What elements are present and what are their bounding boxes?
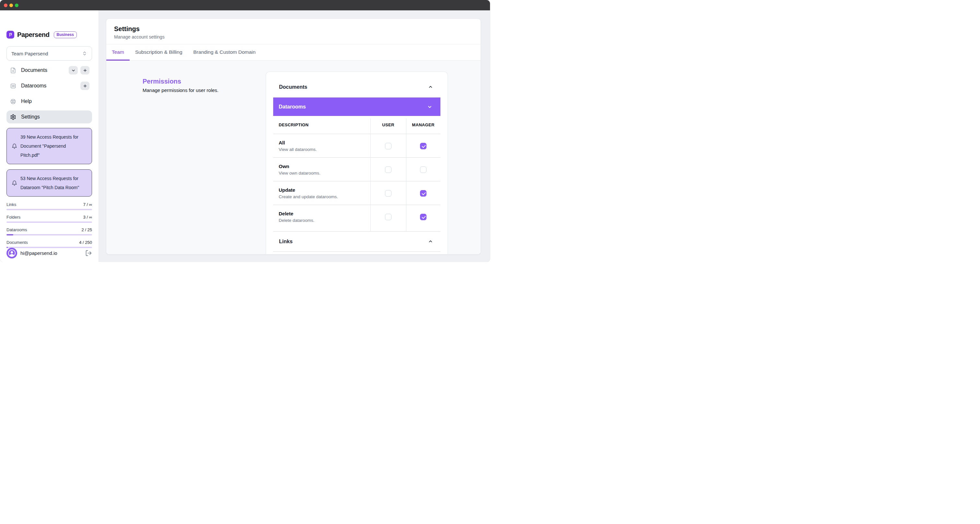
notification-text: 53 New Access Requests for Dataroom "Pit… (21, 174, 84, 192)
permission-description: View all datarooms. (279, 146, 371, 153)
sidebar-item-help[interactable]: Help (6, 95, 92, 108)
checkbox-manager-update[interactable] (420, 190, 426, 197)
app-window: Papersend Business Team Papersend Docume… (0, 0, 490, 262)
checkbox-manager-own[interactable] (420, 167, 426, 173)
permissions-panel: Documents Datarooms (266, 71, 448, 254)
progress-bar (6, 209, 92, 210)
checkbox-manager-delete[interactable] (420, 214, 426, 220)
usage-value: 3 / ∞ (83, 215, 92, 219)
sidebar-item-label: Documents (21, 67, 47, 73)
checkbox-user-delete[interactable] (385, 214, 391, 220)
usage-links: Links 7 / ∞ (6, 202, 92, 210)
sidebar-item-label: Help (21, 98, 32, 104)
usage-folders: Folders 3 / ∞ (6, 214, 92, 223)
chevron-up-icon (428, 84, 433, 90)
notification-card[interactable]: 53 New Access Requests for Dataroom "Pit… (6, 169, 92, 197)
team-selector-value: Team Papersend (11, 51, 48, 56)
page-title: Settings (114, 25, 473, 33)
team-selector[interactable]: Team Papersend (6, 46, 92, 60)
column-header-description: DESCRIPTION (273, 122, 371, 127)
document-icon (10, 67, 16, 73)
life-buoy-icon (10, 98, 16, 105)
team-tab-content: Permissions Manage permissions for user … (106, 60, 480, 254)
checkbox-user-update[interactable] (385, 190, 391, 197)
plus-icon (83, 68, 88, 73)
table-row: Update Create and update datarooms. (273, 181, 441, 205)
table-row: All View all datarooms. (273, 134, 441, 158)
sidebar-nav: Documents Datarooms (6, 64, 92, 123)
accordion-label: Links (279, 239, 293, 245)
account-row: hi@papersend.io (6, 248, 92, 259)
permission-title: Delete (279, 210, 371, 217)
close-window-button[interactable] (4, 3, 8, 7)
clipped-section (266, 252, 447, 254)
gear-icon (10, 114, 16, 120)
table-header-row: DESCRIPTION USER MANAGER (273, 116, 441, 134)
bell-icon (12, 180, 17, 186)
minimize-window-button[interactable] (10, 3, 13, 7)
plus-icon (83, 84, 88, 89)
accordion-label: Documents (279, 84, 307, 90)
sidebar: Papersend Business Team Papersend Docume… (0, 10, 99, 262)
progress-bar (6, 222, 92, 223)
documents-expand-button[interactable] (69, 66, 78, 75)
usage-stats: Links 7 / ∞ Folders 3 / ∞ Datarooms 2 (6, 202, 92, 248)
settings-card: Settings Manage account settings Team Su… (106, 19, 481, 254)
permissions-description: Manage permissions for user roles. (143, 87, 266, 94)
accordion-documents[interactable]: Documents (266, 72, 447, 97)
usage-datarooms: Datarooms 2 / 25 (6, 227, 92, 235)
permissions-info: Permissions Manage permissions for user … (143, 60, 266, 254)
main-area: Settings Manage account settings Team Su… (99, 10, 490, 262)
permission-description: Create and update datarooms. (279, 193, 371, 200)
checkbox-user-own[interactable] (385, 167, 391, 173)
table-row: Delete Delete datarooms. (273, 205, 441, 231)
permissions-title: Permissions (143, 78, 266, 85)
chevrons-up-down-icon (82, 51, 87, 56)
add-dataroom-button[interactable] (80, 82, 89, 90)
permission-title: Update (279, 187, 371, 193)
column-divider (371, 119, 371, 231)
zoom-window-button[interactable] (15, 3, 19, 7)
column-header-user: USER (371, 122, 406, 127)
sidebar-item-settings[interactable]: Settings (6, 110, 92, 123)
sidebar-item-datarooms[interactable]: Datarooms (6, 79, 92, 92)
sidebar-item-documents[interactable]: Documents (6, 64, 92, 77)
usage-label: Links (6, 202, 16, 207)
notification-text: 39 New Access Requests for Document "Pap… (21, 132, 84, 160)
sidebar-item-label: Settings (21, 114, 40, 120)
bell-icon (12, 143, 17, 149)
checkbox-manager-all[interactable] (420, 143, 426, 149)
sidebar-item-label: Datarooms (21, 83, 46, 89)
progress-bar (6, 234, 92, 235)
plan-badge: Business (54, 32, 77, 38)
permission-description: View own datarooms. (279, 170, 371, 176)
usage-value: 7 / ∞ (83, 202, 92, 207)
logout-icon (85, 250, 92, 257)
chevron-down-icon (427, 104, 433, 110)
accordion-links[interactable]: Links (266, 232, 447, 251)
tab-subscription-billing[interactable]: Subscription & Billing (130, 44, 188, 60)
permission-title: Own (279, 163, 371, 170)
notification-card[interactable]: 39 New Access Requests for Document "Pap… (6, 128, 92, 164)
logout-button[interactable] (85, 250, 92, 257)
tab-team[interactable]: Team (106, 44, 130, 60)
chevron-down-icon (71, 68, 76, 73)
checkbox-user-all[interactable] (385, 143, 391, 149)
settings-tabs: Team Subscription & Billing Branding & C… (106, 44, 480, 60)
accordion-datarooms[interactable]: Datarooms (273, 97, 441, 116)
add-document-button[interactable] (80, 66, 89, 75)
usage-value: 2 / 25 (81, 227, 92, 232)
titlebar (0, 0, 490, 10)
settings-header: Settings Manage account settings (106, 19, 480, 44)
brand-name: Papersend (17, 31, 49, 38)
permission-title: All (279, 139, 371, 146)
chevron-up-icon (428, 239, 433, 244)
user-email: hi@papersend.io (21, 250, 57, 256)
column-header-manager: MANAGER (406, 122, 441, 127)
tab-branding-custom-domain[interactable]: Branding & Custom Domain (188, 44, 261, 60)
accordion-label: Datarooms (279, 104, 306, 110)
usage-value: 4 / 250 (79, 240, 92, 245)
notifications: 39 New Access Requests for Document "Pap… (6, 128, 92, 197)
usage-label: Documents (6, 240, 28, 245)
papersend-logo-icon (6, 31, 14, 38)
